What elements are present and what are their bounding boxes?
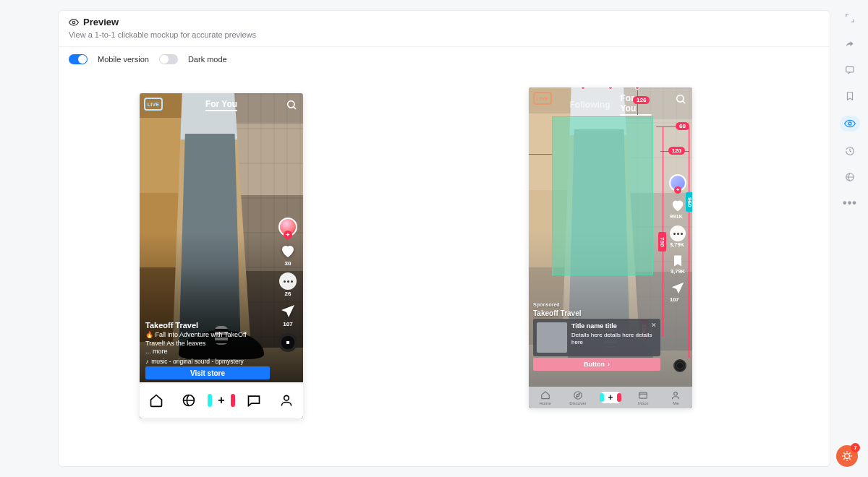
help-fab[interactable]: 7 (836, 445, 858, 467)
history-icon[interactable] (843, 145, 856, 158)
tab-profile[interactable] (271, 382, 303, 418)
mobile-toggle[interactable] (69, 54, 88, 64)
top-tabs: For You (205, 99, 237, 111)
svg-rect-8 (846, 66, 854, 72)
mockup-left[interactable]: LIVE For You + 30 26 107 Takeoff Travel … (140, 93, 303, 418)
sound-disc[interactable] (278, 333, 297, 352)
popup-title: Title name title (571, 322, 657, 330)
cta-button[interactable]: Visit store (145, 366, 270, 379)
eye-icon (69, 17, 79, 27)
comment-button[interactable]: 3,79K (670, 225, 686, 248)
preview-panel: Preview View a 1-to-1 clickable mockup f… (58, 10, 830, 467)
caption: Takeoff Travel 🔥 Fall into Adventure wit… (145, 320, 270, 356)
mobile-toggle-label: Mobile version (98, 55, 149, 64)
more-icon[interactable]: ••• (843, 197, 856, 210)
action-rail: + 30 26 107 (277, 218, 299, 352)
save-button[interactable]: 3,79K (671, 254, 685, 275)
live-badge[interactable]: LIVE (144, 98, 163, 111)
tool-rail: ••• (838, 12, 862, 210)
svg-point-5 (574, 391, 582, 399)
panel-header: Preview View a 1-to-1 clickable mockup f… (59, 11, 830, 47)
sponsored-tag: Sponsored (533, 302, 560, 307)
tab-bar: + (140, 382, 303, 418)
live-badge[interactable]: LIVE (533, 92, 552, 105)
share-icon[interactable] (843, 38, 856, 51)
svg-point-4 (677, 95, 684, 102)
selection-overlay[interactable] (552, 116, 653, 275)
tab-inbox[interactable]: Inbox (627, 387, 660, 408)
tab-discover[interactable]: Discover (561, 387, 594, 408)
tab-home[interactable] (140, 382, 172, 418)
feed: LIVE For You + 30 26 107 Takeoff Travel … (140, 93, 303, 382)
toggle-row: Mobile version Dark mode (59, 47, 830, 72)
notification-badge: 7 (851, 443, 860, 452)
bookmark-icon[interactable] (843, 90, 856, 103)
sound-disc[interactable] (673, 359, 686, 372)
like-button[interactable]: 30 (279, 242, 297, 267)
svg-point-0 (72, 21, 75, 24)
popup-thumbnail (537, 322, 567, 353)
tab-me[interactable]: Me (660, 387, 692, 408)
tab-create[interactable]: + (594, 387, 626, 408)
panel-subtitle: View a 1-to-1 clickable mockup for accur… (69, 30, 820, 39)
comment-icon[interactable] (843, 64, 856, 77)
dark-toggle-label: Dark mode (188, 55, 227, 64)
preview-icon[interactable] (840, 116, 860, 132)
preview-canvas: LIVE For You + 30 26 107 Takeoff Travel … (59, 72, 830, 447)
svg-point-11 (845, 454, 850, 459)
tab-home[interactable]: Home (529, 387, 561, 408)
svg-point-3 (284, 395, 289, 400)
svg-rect-6 (639, 392, 647, 398)
share-button[interactable]: 107 (670, 280, 686, 303)
tab-friends[interactable] (172, 382, 205, 418)
like-button[interactable]: 991K (670, 197, 686, 220)
search-icon[interactable] (286, 99, 297, 111)
svg-point-9 (848, 122, 851, 125)
tab-following[interactable]: Following (570, 100, 610, 110)
dark-toggle[interactable] (159, 54, 178, 64)
measurement: 60 (676, 122, 689, 130)
panel-title: Preview (83, 17, 119, 27)
creator-avatar[interactable]: + (278, 218, 297, 236)
feed: LIVE Following For You 126 60 120 960 (529, 87, 692, 387)
globe-icon[interactable] (843, 171, 856, 184)
action-rail: + 991K 3,79K 3,79K 107 (668, 174, 688, 303)
tab-inbox[interactable] (238, 382, 271, 418)
expand-icon[interactable] (843, 12, 856, 25)
measurement: 780 (658, 232, 666, 252)
popup-card[interactable]: Title name title Details here details he… (533, 319, 660, 356)
mockup-right[interactable]: LIVE Following For You 126 60 120 960 (529, 87, 692, 408)
comment-button[interactable]: 26 (279, 272, 297, 297)
tab-foryou[interactable]: For You (205, 99, 237, 111)
creator-name[interactable]: Takeoff Travel (145, 321, 198, 330)
share-button[interactable]: 107 (279, 303, 297, 327)
popup-details: Details here details here details here (571, 332, 652, 345)
music-row[interactable]: ♪ music - original sourd - bpmystery (145, 358, 270, 365)
cta-button[interactable]: Button › (533, 358, 660, 371)
more-link[interactable]: ... more (145, 348, 168, 355)
creator-avatar[interactable]: + (669, 174, 686, 192)
tab-create[interactable]: + (205, 382, 237, 418)
svg-point-7 (674, 392, 678, 395)
svg-point-1 (288, 101, 294, 108)
search-icon[interactable] (675, 93, 686, 105)
close-icon[interactable]: ✕ (651, 322, 657, 329)
measurement: 126 (633, 96, 650, 104)
creator-name[interactable]: Takeoff Travel (533, 309, 582, 317)
measurement: 120 (668, 147, 685, 155)
tab-bar: Home Discover + Inbox Me (529, 387, 692, 408)
